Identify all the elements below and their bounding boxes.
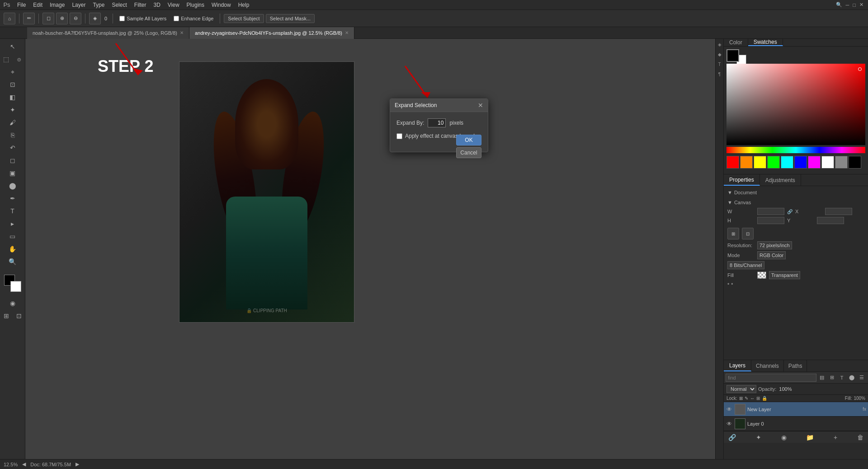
lock-icon-1[interactable]: ⊠ <box>739 396 743 401</box>
y-input[interactable] <box>817 217 844 224</box>
select-mask-btn[interactable]: Select and Mask... <box>266 14 315 23</box>
brush-tool[interactable]: 🖌 <box>7 117 19 128</box>
menu-view[interactable]: View <box>164 0 183 10</box>
menu-select[interactable]: Select <box>108 0 130 10</box>
layer-item-layer0[interactable]: 👁 Layer 0 <box>724 417 868 431</box>
canvas-bounds-checkbox[interactable] <box>396 133 402 139</box>
delete-layer-btn[interactable]: 🗑 <box>855 434 865 441</box>
swatch-red[interactable] <box>726 156 739 169</box>
tab-2[interactable]: andrey-zvyagintsev-PdcNOb4IYFs-unsplash.… <box>189 27 354 39</box>
tab-swatches[interactable]: Swatches <box>748 39 783 46</box>
tab-channels[interactable]: Channels <box>751 360 784 371</box>
swatch-blue[interactable] <box>794 156 807 169</box>
swatch-white[interactable] <box>821 156 834 169</box>
x-input[interactable] <box>825 208 852 215</box>
lock-icon-5[interactable]: 🔒 <box>762 396 767 401</box>
minimize-btn[interactable]: ─ <box>846 2 849 8</box>
spot-healing-tool[interactable]: ✦ <box>7 104 19 116</box>
add-style-btn[interactable]: ✦ <box>754 434 763 441</box>
tab-color[interactable]: Color <box>724 39 748 46</box>
crop-tool[interactable]: ⊡ <box>7 79 19 90</box>
sample-all-layers-checkbox[interactable] <box>119 16 125 21</box>
close-btn[interactable]: ✕ <box>859 2 863 8</box>
quick-mask-tool[interactable]: ◉ <box>7 297 19 309</box>
swatch-black[interactable] <box>849 156 861 169</box>
swatch-yellow[interactable] <box>754 156 766 169</box>
cancel-button[interactable]: Cancel <box>456 147 481 158</box>
maximize-btn[interactable]: □ <box>853 2 856 8</box>
ok-button[interactable]: OK <box>456 135 481 145</box>
expand-by-input[interactable] <box>428 118 446 127</box>
new-layer-btn[interactable]: + <box>832 434 839 441</box>
layer-filter-btn2[interactable]: ⊞ <box>827 373 836 382</box>
lock-icon-2[interactable]: ✎ <box>745 396 748 401</box>
panel-icon-4[interactable]: ¶ <box>716 70 723 78</box>
layer-eye-new[interactable]: 👁 <box>726 406 733 413</box>
enhance-edge-checkbox[interactable] <box>174 16 179 21</box>
color-swatches[interactable] <box>4 275 21 292</box>
select-subject-btn[interactable]: Select Subject <box>224 14 264 23</box>
eraser-tool[interactable]: ◻ <box>7 155 19 166</box>
menu-image[interactable]: Image <box>46 0 68 10</box>
panel-icon-3[interactable]: T <box>716 61 723 68</box>
menu-window[interactable]: Window <box>208 0 235 10</box>
gradient-tool[interactable]: ▣ <box>7 167 19 179</box>
layer-filter-btn3[interactable]: T <box>837 373 846 382</box>
menu-edit[interactable]: Edit <box>29 0 46 10</box>
lock-icon-4[interactable]: ⊞ <box>756 396 760 401</box>
fg-color-box[interactable] <box>726 49 739 62</box>
resize-canvas-btn[interactable]: ⊞ <box>727 228 739 239</box>
layer-eye-0[interactable]: 👁 <box>726 420 733 427</box>
text-tool[interactable]: T <box>7 205 19 217</box>
h-input[interactable] <box>757 217 784 224</box>
arrow-right-btn[interactable]: ▶ <box>75 461 79 467</box>
dialog-close-btn[interactable]: ✕ <box>478 102 483 109</box>
tab-adjustments[interactable]: Adjustments <box>760 174 801 186</box>
lock-icon-3[interactable]: ↔ <box>750 396 755 401</box>
tab-layers[interactable]: Layers <box>724 360 751 371</box>
swatch-orange[interactable] <box>740 156 753 169</box>
clone-stamp-tool[interactable]: ⎘ <box>7 129 19 141</box>
document-section-title[interactable]: ▼ Document <box>727 190 864 195</box>
move-tool[interactable]: ↖ <box>7 41 19 52</box>
select-tool-btn2[interactable]: ⊕ <box>56 13 68 24</box>
swatch-cyan[interactable] <box>781 156 793 169</box>
full-screen-btn[interactable]: ⊡ <box>13 310 25 322</box>
arrow-left-btn[interactable]: ◀ <box>22 461 26 467</box>
menu-3d[interactable]: 3D <box>150 0 164 10</box>
home-btn[interactable]: ⌂ <box>4 13 15 24</box>
menu-type[interactable]: Type <box>89 0 108 10</box>
tab-properties[interactable]: Properties <box>724 174 760 186</box>
menu-help[interactable]: Help <box>235 0 253 10</box>
select-tool-btn1[interactable]: ◻ <box>42 13 54 24</box>
background-color[interactable] <box>10 281 21 292</box>
standard-screen-btn[interactable]: ⊞ <box>0 310 12 322</box>
search-icon[interactable]: 🔍 <box>836 2 842 8</box>
eyedropper-tool[interactable]: ◧ <box>7 91 19 103</box>
tab-1-close[interactable]: ✕ <box>180 30 184 35</box>
panel-icon-1[interactable]: ◈ <box>716 41 723 48</box>
blend-mode-select[interactable]: Normal <box>726 385 756 393</box>
swatch-green[interactable] <box>767 156 780 169</box>
feather-btn[interactable]: ◈ <box>89 13 101 24</box>
layer-item-new-layer[interactable]: 👁 New Layer fx <box>724 402 868 417</box>
zoom-tool[interactable]: 🔍 <box>7 256 19 267</box>
color-gradient[interactable] <box>726 64 865 145</box>
w-input[interactable] <box>757 208 784 215</box>
history-brush-tool[interactable]: ↶ <box>7 142 19 154</box>
resize-image-btn[interactable]: ⊡ <box>742 228 754 239</box>
menu-filter[interactable]: Filter <box>131 0 150 10</box>
dodge-tool[interactable]: ⬤ <box>7 180 19 192</box>
new-group-btn[interactable]: 📁 <box>804 434 816 441</box>
path-selection-tool[interactable]: ▸ <box>7 218 19 230</box>
layer-filter-btn4[interactable]: ⬤ <box>847 373 856 382</box>
link-layers-btn[interactable]: 🔗 <box>726 434 738 441</box>
lasso-tool[interactable]: ⌾ <box>13 53 25 65</box>
color-hue-bar[interactable] <box>726 147 865 153</box>
layers-search-input[interactable] <box>726 374 816 382</box>
layer-filter-btn5[interactable]: ☰ <box>857 373 866 382</box>
add-mask-btn[interactable]: ◉ <box>779 434 788 441</box>
tab-2-close[interactable]: ✕ <box>345 30 349 35</box>
quick-select-tool[interactable]: ⌖ <box>7 66 19 78</box>
layer-fx-new[interactable]: fx <box>863 407 866 412</box>
